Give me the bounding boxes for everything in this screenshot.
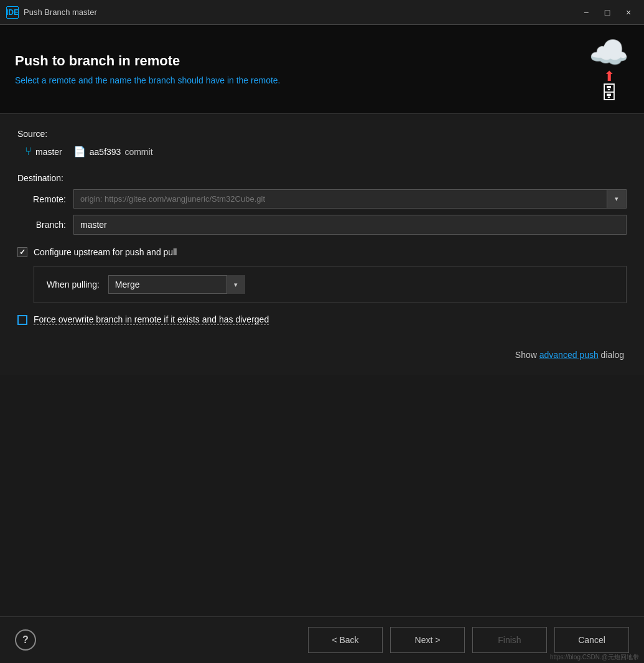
close-button[interactable]: × (619, 4, 638, 20)
header-illustration: ☁️ ⬆ 🗄 (589, 36, 629, 102)
pulling-select-wrapper: Merge Rebase Do not merge ▾ (108, 275, 245, 294)
advanced-push-row: Show advanced push dialog (17, 350, 627, 360)
branch-input[interactable] (73, 215, 627, 235)
branch-row: Branch: (17, 215, 627, 235)
remote-input-wrapper: ▾ (73, 189, 627, 209)
source-row: ⑂ master 📄 aa5f393 commit (17, 145, 627, 158)
cancel-button[interactable]: Cancel (554, 627, 629, 653)
footer: ? < Back Next > Finish Cancel (0, 616, 644, 663)
source-commit: 📄 aa5f393 commit (73, 146, 153, 158)
pulling-select[interactable]: Merge Rebase Do not merge (108, 275, 245, 294)
force-overwrite-checkbox[interactable] (17, 315, 27, 325)
configure-upstream-row: Configure upstream for push and pull (17, 247, 627, 257)
branch-label: Branch: (17, 220, 73, 230)
when-pulling-row: When pulling: Merge Rebase Do not merge … (47, 275, 614, 294)
branch-icon: ⑂ (25, 145, 32, 158)
header-banner: Push to branch in remote Select a remote… (0, 25, 644, 114)
advanced-push-link[interactable]: advanced push (539, 350, 599, 360)
upload-arrow-icon: ⬆ (604, 70, 615, 83)
commit-label: commit (124, 147, 152, 157)
main-content: Source: ⑂ master 📄 aa5f393 commit Destin… (0, 114, 644, 375)
configure-upstream-label: Configure upstream for push and pull (34, 247, 177, 257)
destination-label: Destination: (17, 173, 627, 183)
watermark: https://blog.CSDN.@元炮回地带 (550, 653, 639, 662)
commit-hash: aa5f393 (90, 147, 121, 157)
advanced-push-suffix: dialog (599, 350, 624, 360)
remote-dropdown-arrow[interactable]: ▾ (607, 189, 627, 209)
maximize-button[interactable]: □ (598, 4, 617, 20)
when-pulling-label: When pulling: (47, 280, 100, 289)
title-bar: IDE Push Branch master − □ × (0, 0, 644, 25)
force-overwrite-row: Force overwrite branch in remote if it e… (17, 314, 627, 325)
window-title: Push Branch master (24, 7, 577, 17)
remote-row: Remote: ▾ (17, 189, 627, 209)
force-overwrite-label: Force overwrite branch in remote if it e… (34, 314, 269, 325)
destination-section: Destination: Remote: ▾ Branch: (17, 173, 627, 235)
header-text: Push to branch in remote Select a remote… (15, 53, 281, 85)
branch-input-wrapper (73, 215, 627, 235)
finish-button[interactable]: Finish (472, 627, 547, 653)
when-pulling-box: When pulling: Merge Rebase Do not merge … (34, 266, 627, 303)
source-branch: ⑂ master (25, 145, 62, 158)
commit-icon: 📄 (73, 146, 86, 158)
header-heading: Push to branch in remote (15, 53, 281, 69)
window-controls: − □ × (577, 4, 638, 20)
app-icon: IDE (6, 6, 19, 19)
remote-label: Remote: (17, 194, 73, 204)
database-icon: 🗄 (600, 85, 618, 102)
remote-input[interactable] (73, 189, 627, 209)
configure-upstream-checkbox[interactable] (17, 247, 27, 257)
minimize-button[interactable]: − (577, 4, 595, 20)
cloud-icon: ☁️ (589, 36, 629, 68)
next-button[interactable]: Next > (390, 627, 465, 653)
header-subtext: Select a remote and the name the branch … (15, 75, 281, 85)
advanced-push-prefix: Show (515, 350, 539, 360)
source-label: Source: (17, 129, 627, 139)
back-button[interactable]: < Back (308, 627, 383, 653)
branch-name: master (35, 147, 62, 157)
help-button[interactable]: ? (15, 629, 36, 651)
